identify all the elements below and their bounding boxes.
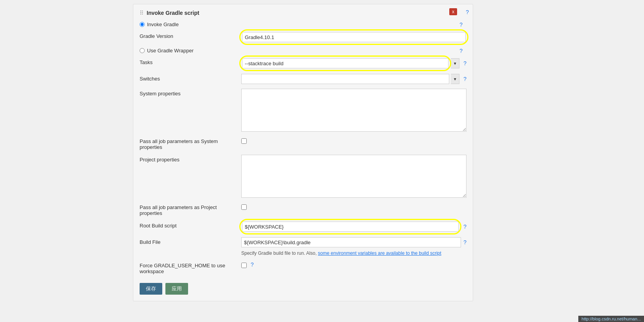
build-file-input[interactable]: ${WORKSPACE}\build.gradle [241, 237, 461, 247]
force-gradle-label: Force GRADLE_USER_HOME to use workspace [140, 261, 241, 274]
tasks-label: Tasks [140, 57, 241, 65]
switches-help-icon[interactable]: ? [463, 76, 466, 82]
switches-control: ▼ ? [241, 74, 466, 84]
url-bar: http://blog.csdn.ru.net/human... [578, 316, 644, 322]
build-file-row: Build File ${WORKSPACE}\build.gradle ? S… [140, 237, 466, 256]
pass-system-checkbox[interactable] [241, 138, 247, 144]
apply-button[interactable]: 应用 [165, 283, 188, 295]
close-button[interactable]: x [449, 8, 457, 15]
save-button[interactable]: 保存 [140, 283, 162, 295]
build-file-control: ${WORKSPACE}\build.gradle ? Specify Grad… [241, 237, 466, 256]
drag-handle-icon: ⠿ [140, 10, 144, 16]
build-file-link[interactable]: some environment variables are available… [318, 250, 441, 256]
card-header: ⠿ Invoke Gradle script x ? [140, 10, 466, 16]
system-properties-row: System properties [140, 89, 466, 132]
gradle-version-label: Gradle Version [140, 31, 241, 39]
gradle-version-row: Gradle Version Gradle4.10.1 [140, 31, 466, 43]
invoke-gradle-card: ⠿ Invoke Gradle script x ? Invoke Gradle… [133, 4, 473, 301]
switches-label: Switches [140, 74, 241, 82]
system-properties-textarea[interactable] [241, 89, 466, 132]
pass-system-control [241, 136, 466, 144]
force-gradle-control: ? [241, 261, 466, 268]
use-gradle-wrapper-radio[interactable] [140, 48, 145, 53]
invoke-gradle-label: Invoke Gradle [147, 21, 179, 27]
tasks-input[interactable]: --stacktrace build [242, 58, 448, 68]
root-build-script-input[interactable]: ${WORKSPACE} [242, 222, 459, 232]
bottom-bar: 保存 应用 [140, 279, 466, 295]
pass-project-row: Pass all job parameters as Project prope… [140, 202, 466, 216]
force-gradle-help-icon[interactable]: ? [251, 261, 254, 268]
tasks-control: --stacktrace build ▼ ? [241, 57, 466, 69]
root-build-script-control: ${WORKSPACE} ? [241, 221, 466, 233]
pass-project-checkbox[interactable] [241, 204, 247, 210]
project-properties-label: Project properties [140, 155, 241, 163]
gradle-version-select-wrapper: Gradle4.10.1 [241, 31, 466, 43]
tasks-help-icon[interactable]: ? [463, 60, 466, 66]
switches-dropdown-button[interactable]: ▼ [451, 74, 459, 84]
invoke-gradle-radio[interactable] [140, 22, 145, 27]
card-help-icon[interactable]: ? [466, 9, 469, 15]
project-properties-textarea[interactable] [241, 155, 466, 198]
root-build-script-label: Root Build script [140, 221, 241, 229]
full-page: ⠿ Invoke Gradle script x ? Invoke Gradle… [0, 0, 644, 322]
root-build-script-help-icon[interactable]: ? [463, 224, 466, 230]
tasks-dropdown-button[interactable]: ▼ [451, 58, 459, 68]
switches-row: Switches ▼ ? [140, 74, 466, 84]
build-file-description: Specify Gradle build file to run. Also, … [241, 250, 441, 256]
use-gradle-wrapper-radio-row: Use Gradle Wrapper ? [140, 48, 466, 54]
system-properties-label: System properties [140, 89, 241, 97]
gradle-version-control: Gradle4.10.1 [241, 31, 466, 43]
gradle-version-select[interactable]: Gradle4.10.1 [242, 32, 466, 42]
system-properties-control [241, 89, 466, 132]
build-file-label: Build File [140, 237, 241, 245]
force-gradle-checkbox[interactable] [241, 263, 247, 268]
invoke-gradle-radio-row: Invoke Gradle ? [140, 21, 466, 27]
pass-system-row: Pass all job parameters as System proper… [140, 136, 466, 150]
project-properties-control [241, 155, 466, 198]
tasks-input-wrapper: --stacktrace build [241, 57, 449, 69]
content-area: ⠿ Invoke Gradle script x ? Invoke Gradle… [129, 0, 644, 322]
use-gradle-wrapper-label: Use Gradle Wrapper [147, 48, 194, 54]
card-title: Invoke Gradle script [147, 10, 466, 16]
build-file-help-icon[interactable]: ? [463, 239, 466, 245]
use-gradle-wrapper-help-icon[interactable]: ? [459, 48, 463, 54]
pass-system-label: Pass all job parameters as System proper… [140, 136, 241, 150]
tasks-row: Tasks --stacktrace build ▼ ? [140, 57, 466, 69]
pass-project-control [241, 202, 466, 210]
root-build-script-row: Root Build script ${WORKSPACE} ? [140, 221, 466, 233]
force-gradle-row: Force GRADLE_USER_HOME to use workspace … [140, 261, 466, 274]
pass-project-label: Pass all job parameters as Project prope… [140, 202, 241, 216]
project-properties-row: Project properties [140, 155, 466, 198]
sidebar-area [0, 0, 129, 322]
switches-input[interactable] [241, 74, 449, 84]
invoke-gradle-help-icon[interactable]: ? [459, 21, 463, 28]
